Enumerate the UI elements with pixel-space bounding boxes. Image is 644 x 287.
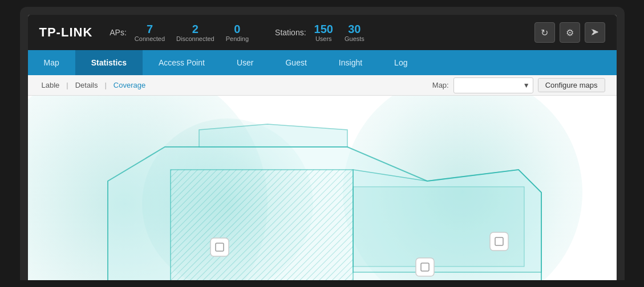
nav-label-statistics: Statistics (91, 58, 127, 67)
subnav-details[interactable]: Details (73, 81, 100, 89)
svg-rect-6 (210, 238, 229, 256)
svg-rect-2 (171, 170, 353, 280)
nav-label-map: Map (44, 58, 59, 67)
nav-item-guest[interactable]: Guest (269, 50, 322, 75)
map-label: Map: (432, 81, 449, 89)
guests-label: Guests (345, 35, 364, 42)
subnav-sep-2: | (104, 81, 106, 89)
refresh-icon: ↻ (541, 27, 548, 38)
disconnected-count: 2 (192, 23, 199, 35)
refresh-button[interactable]: ↻ (534, 22, 555, 43)
pending-count: 0 (234, 23, 240, 35)
nav-item-statistics[interactable]: Statistics (75, 50, 143, 75)
floor-plan-svg (74, 113, 564, 280)
map-area (28, 96, 617, 280)
guests-stat: 30 Guests (345, 23, 364, 42)
subnav-lable[interactable]: Lable (39, 81, 62, 89)
gear-icon: ⚙ (566, 27, 574, 38)
aps-section: APs: 7 Connected 2 Disconnected 0 Pendin… (110, 23, 252, 42)
svg-rect-10 (416, 258, 434, 276)
logout-icon: ⮞ (591, 28, 599, 37)
map-select-wrapper: ▼ (453, 77, 533, 93)
screen: TP-LINK APs: 7 Connected 2 Disconnected … (28, 15, 617, 280)
svg-rect-4 (353, 187, 524, 266)
nav-label-log: Log (394, 58, 407, 67)
connected-stat: 7 Connected (135, 23, 165, 42)
pending-label: Pending (226, 35, 249, 42)
subnav-sep-1: | (66, 81, 68, 89)
svg-rect-12 (490, 232, 508, 251)
sub-nav: Lable | Details | Coverage Map: ▼ Config… (28, 75, 617, 96)
nav-item-user[interactable]: User (221, 50, 270, 75)
nav-label-access-point: Access Point (159, 58, 205, 67)
map-select[interactable] (453, 77, 533, 93)
aps-label: APs: (110, 28, 127, 37)
subnav-coverage[interactable]: Coverage (111, 81, 148, 89)
guests-count: 30 (348, 23, 361, 35)
configure-maps-button[interactable]: Configure maps (538, 78, 605, 92)
svg-marker-5 (199, 124, 347, 147)
logo: TP-LINK (39, 25, 93, 40)
connected-count: 7 (147, 23, 153, 35)
nav-item-map[interactable]: Map (28, 50, 75, 75)
users-count: 150 (314, 23, 333, 35)
connected-label: Connected (135, 35, 165, 42)
nav-bar: Map Statistics Access Point User Guest I… (28, 50, 617, 75)
logout-button[interactable]: ⮞ (585, 22, 605, 43)
nav-label-user: User (237, 58, 254, 67)
settings-button[interactable]: ⚙ (560, 22, 580, 43)
nav-label-insight: Insight (339, 58, 362, 67)
disconnected-label: Disconnected (176, 35, 214, 42)
nav-label-guest: Guest (285, 58, 306, 67)
laptop-frame: TP-LINK APs: 7 Connected 2 Disconnected … (20, 7, 625, 280)
stations-label: Stations: (275, 28, 306, 37)
users-stat: 150 Users (314, 23, 333, 42)
top-bar-actions: ↻ ⚙ ⮞ (534, 22, 605, 43)
disconnected-stat: 2 Disconnected (176, 23, 214, 42)
sub-nav-right: Map: ▼ Configure maps (432, 77, 605, 93)
users-label: Users (315, 35, 332, 42)
nav-item-log[interactable]: Log (378, 50, 423, 75)
nav-item-insight[interactable]: Insight (323, 50, 378, 75)
stations-section: Stations: 150 Users 30 Guests (275, 23, 368, 42)
top-bar: TP-LINK APs: 7 Connected 2 Disconnected … (28, 15, 617, 50)
pending-stat: 0 Pending (226, 23, 249, 42)
nav-item-access-point[interactable]: Access Point (143, 50, 221, 75)
